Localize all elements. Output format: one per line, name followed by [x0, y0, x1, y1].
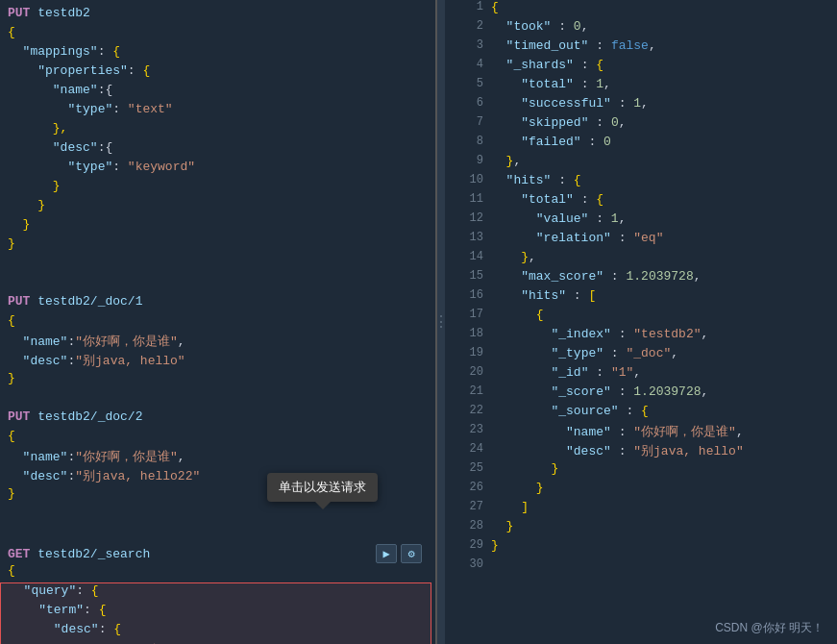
- line-name1: "name":"你好啊，你是谁",: [0, 333, 435, 352]
- line-blank4: [0, 506, 435, 525]
- r-line-5: 5 "total" : 1,: [445, 77, 837, 96]
- r-line-20: 20 "_id" : "1",: [445, 365, 837, 384]
- line-close-put1: }: [0, 236, 435, 256]
- r-line-8: 8 "failed" : 0: [445, 135, 837, 154]
- line-brace1: {: [0, 25, 435, 44]
- tooltip-arrow: [315, 502, 331, 509]
- r-line-29: 29 }: [445, 538, 837, 557]
- line-blank1: [0, 256, 435, 275]
- line-term: "term": {: [1, 603, 431, 622]
- r-line-27: 27 ]: [445, 500, 837, 519]
- r-line-14: 14 },: [445, 250, 837, 269]
- r-line-18: 18 "_index" : "testdb2",: [445, 327, 837, 346]
- line-mappings: "mappings": {: [0, 44, 435, 63]
- r-line-12: 12 "value" : 1,: [445, 211, 837, 231]
- r-line-7: 7 "skipped" : 0,: [445, 115, 837, 135]
- left-panel[interactable]: PUT testdb2 { "mappings": { "properties"…: [0, 0, 437, 644]
- line-desc-query: "desc": {: [1, 622, 431, 641]
- settings-button[interactable]: ⚙: [401, 544, 422, 563]
- line-close-name: },: [0, 121, 435, 140]
- r-line-2: 2 "took" : 0,: [445, 19, 837, 38]
- r-line-23: 23 "name" : "你好啊，你是谁",: [445, 423, 837, 442]
- line-brace2: {: [0, 313, 435, 333]
- line-brace4: {: [0, 563, 435, 582]
- line-blank5: [0, 525, 435, 544]
- r-line-11: 11 "total" : {: [445, 192, 837, 211]
- run-button[interactable]: ▶: [376, 544, 397, 563]
- watermark: CSDN @你好 明天！: [715, 620, 824, 636]
- tooltip-text: 单击以发送请求: [279, 480, 366, 494]
- r-line-21: 21 "_score" : 1.2039728,: [445, 384, 837, 404]
- line-put2: PUT testdb2/_doc/1: [0, 294, 435, 313]
- line-query: "query": {: [1, 583, 431, 603]
- action-buttons: ▶ ⚙: [376, 544, 422, 563]
- line-blank3: [0, 390, 435, 409]
- r-line-16: 16 "hits" : [: [445, 288, 837, 308]
- r-line-10: 10 "hits" : {: [445, 173, 837, 192]
- r-line-1: 1 {: [445, 0, 837, 19]
- r-line-24: 24 "desc" : "别java, hello": [445, 442, 837, 461]
- line-desc1: "desc":"别java, hello": [0, 352, 435, 371]
- line-get: GET testdb2/_search ▶ ⚙: [0, 544, 435, 563]
- r-line-28: 28 }: [445, 519, 837, 538]
- r-line-17: 17 {: [445, 308, 837, 327]
- line-brace3: {: [0, 429, 435, 448]
- line-desc-brace: "desc":{: [0, 140, 435, 160]
- line-blank2: [0, 275, 435, 294]
- tooltip: 单击以发送请求: [267, 473, 378, 502]
- line-put3: PUT testdb2/_doc/2: [0, 409, 435, 429]
- r-line-9: 9 },: [445, 154, 837, 173]
- r-line-6: 6 "successful" : 1,: [445, 96, 837, 115]
- line-name-brace: "name":{: [0, 83, 435, 102]
- r-line-19: 19 "_type" : "_doc",: [445, 346, 837, 365]
- r-line-25: 25 }: [445, 461, 837, 481]
- line-put1: PUT testdb2: [0, 6, 435, 25]
- main-container: PUT testdb2 { "mappings": { "properties"…: [0, 0, 837, 644]
- line-close-desc: }: [0, 179, 435, 198]
- r-line-3: 3 "timed_out" : false,: [445, 38, 837, 58]
- line-name2: "name":"你好啊，你是谁",: [0, 448, 435, 467]
- highlight-query-block: "query": { "term": { "desc": { "value": …: [0, 582, 431, 644]
- line-close-mappings: }: [0, 217, 435, 236]
- r-line-4: 4 "_shards" : {: [445, 58, 837, 77]
- watermark-text: CSDN @你好 明天！: [715, 621, 824, 634]
- r-line-15: 15 "max_score" : 1.2039728,: [445, 269, 837, 288]
- r-line-22: 22 "_source" : {: [445, 404, 837, 423]
- r-line-30: 30: [445, 557, 837, 577]
- line-properties: "properties": {: [0, 63, 435, 83]
- r-line-26: 26 }: [445, 481, 837, 500]
- line-close-put2: }: [0, 371, 435, 390]
- right-panel[interactable]: 1 { 2 "took" : 0, 3 "timed_out" : false,…: [445, 0, 837, 644]
- line-close-props: }: [0, 198, 435, 217]
- r-line-13: 13 "relation" : "eq": [445, 231, 837, 250]
- line-type-text: "type": "text": [0, 102, 435, 121]
- line-type-keyword: "type": "keyword": [0, 160, 435, 179]
- panel-divider[interactable]: ⋮: [437, 0, 445, 644]
